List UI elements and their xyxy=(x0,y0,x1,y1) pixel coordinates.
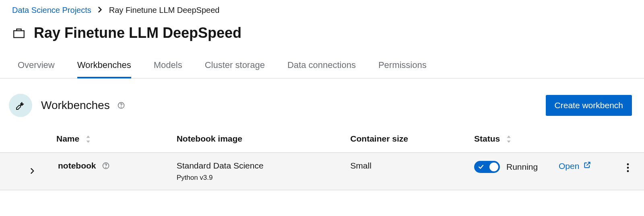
wrench-icon xyxy=(9,94,32,117)
check-icon xyxy=(478,164,484,170)
chevron-right-icon xyxy=(98,6,103,14)
col-header-status[interactable]: Status xyxy=(474,134,500,143)
help-icon[interactable] xyxy=(117,101,125,109)
tab-permissions[interactable]: Permissions xyxy=(378,53,427,78)
workbenches-table: Name Notebook image Container size Statu… xyxy=(0,127,644,190)
notebook-image-sub: Python v3.9 xyxy=(177,174,336,182)
tab-workbenches[interactable]: Workbenches xyxy=(77,53,131,78)
tab-cluster-storage[interactable]: Cluster storage xyxy=(205,53,265,78)
workbench-name: notebook xyxy=(58,161,96,171)
col-header-container-size: Container size xyxy=(350,134,408,143)
external-link-icon xyxy=(583,161,591,171)
container-size: Small xyxy=(350,161,372,170)
svg-point-3 xyxy=(105,167,106,168)
svg-point-4 xyxy=(627,163,629,165)
tab-data-connections[interactable]: Data connections xyxy=(287,53,356,78)
svg-point-6 xyxy=(627,170,629,172)
open-link[interactable]: Open xyxy=(559,161,591,171)
create-workbench-button[interactable]: Create workbench xyxy=(546,95,632,116)
breadcrumb: Data Science Projects Ray Finetune LLM D… xyxy=(0,0,644,19)
sort-icon[interactable] xyxy=(86,136,91,143)
expand-row-button[interactable] xyxy=(29,167,36,177)
status-text: Running xyxy=(506,162,538,172)
sort-icon[interactable] xyxy=(506,136,511,143)
page-title-row: Ray Finetune LLM DeepSpeed xyxy=(0,19,644,53)
kebab-menu-button[interactable] xyxy=(623,161,633,176)
section-title-text: Workbenches xyxy=(41,99,110,112)
tab-overview[interactable]: Overview xyxy=(18,53,55,78)
tabs: Overview Workbenches Models Cluster stor… xyxy=(0,53,644,78)
breadcrumb-current: Ray Finetune LLM DeepSpeed xyxy=(109,6,220,15)
toggle-knob xyxy=(489,163,498,171)
section-header: Workbenches Create workbench xyxy=(0,78,644,127)
table-row: notebook Standard Data Science Python v3… xyxy=(0,153,644,190)
breadcrumb-parent-link[interactable]: Data Science Projects xyxy=(12,6,91,15)
tab-models[interactable]: Models xyxy=(154,53,182,78)
project-icon xyxy=(12,26,26,40)
status-toggle[interactable] xyxy=(474,161,500,173)
help-icon[interactable] xyxy=(102,162,110,170)
section-title: Workbenches xyxy=(41,99,125,112)
page-title: Ray Finetune LLM DeepSpeed xyxy=(34,25,242,41)
open-link-label: Open xyxy=(559,161,579,171)
svg-point-1 xyxy=(121,107,121,107)
col-header-name[interactable]: Name xyxy=(56,134,79,143)
col-header-notebook-image: Notebook image xyxy=(177,134,242,143)
notebook-image: Standard Data Science xyxy=(177,161,336,171)
svg-point-5 xyxy=(627,167,629,169)
